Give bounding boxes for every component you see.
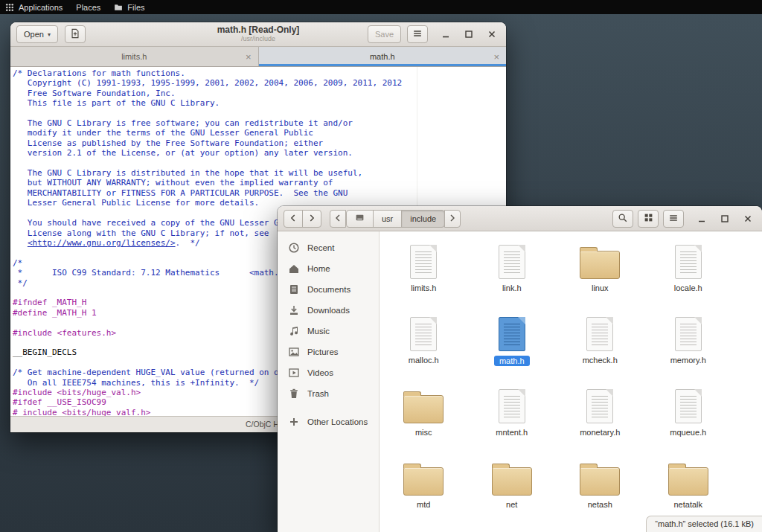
file-item-malloc-h[interactable]: malloc.h bbox=[380, 311, 468, 383]
file-item-locale-h[interactable]: locale.h bbox=[644, 239, 733, 311]
path-scroll-right-button[interactable] bbox=[444, 210, 461, 228]
sidebar-item-home[interactable]: Home bbox=[278, 258, 379, 279]
sidebar-item-label: Music bbox=[307, 327, 330, 336]
minimize-icon[interactable] bbox=[438, 26, 454, 42]
topbar-menu-label: Places bbox=[76, 3, 100, 12]
sidebar-item-label: Trash bbox=[307, 389, 329, 398]
code-line: MERCHANTABILITY or FITNESS FOR A PARTICU… bbox=[13, 188, 506, 198]
file-item-label: mcheck.h bbox=[583, 356, 618, 365]
maximize-icon[interactable] bbox=[717, 211, 733, 227]
tab-close-icon[interactable]: × bbox=[493, 52, 499, 62]
selection-status: “math.h” selected (16.1 kB) bbox=[646, 516, 762, 532]
sidebar-item-label: Other Locations bbox=[307, 417, 368, 426]
chevron-right-icon bbox=[449, 214, 455, 223]
sidebar-item-label: Pictures bbox=[307, 347, 339, 356]
code-line bbox=[13, 109, 506, 118]
file-item-linux[interactable]: linux bbox=[556, 239, 644, 311]
new-document-button[interactable] bbox=[65, 25, 86, 43]
file-item-label: locale.h bbox=[674, 283, 702, 292]
file-item-label: math.h bbox=[494, 356, 530, 366]
maximize-icon[interactable] bbox=[461, 26, 477, 42]
file-item-netash[interactable]: netash bbox=[556, 455, 644, 528]
sidebar-item-other-locations[interactable]: Other Locations bbox=[278, 411, 379, 432]
file-manager-headerbar[interactable]: usrinclude bbox=[278, 206, 762, 231]
sidebar-item-downloads[interactable]: Downloads bbox=[278, 300, 379, 321]
topbar-menu-places[interactable]: Places bbox=[76, 3, 100, 12]
save-button[interactable]: Save bbox=[368, 25, 401, 43]
topbar-menu-files[interactable]: Files bbox=[114, 3, 144, 12]
topbar-menu-label: Files bbox=[127, 3, 144, 12]
menu-button[interactable] bbox=[663, 210, 684, 228]
tab-limits-h[interactable]: limits.h× bbox=[10, 47, 259, 66]
tab-close-icon[interactable]: × bbox=[246, 52, 252, 62]
applications-icon bbox=[5, 3, 14, 12]
file-item-net[interactable]: net bbox=[468, 455, 557, 528]
chevron-down-icon: ▾ bbox=[48, 31, 51, 38]
path-segment-label: include bbox=[410, 214, 436, 223]
path-scroll-left-button[interactable] bbox=[330, 210, 346, 228]
back-button[interactable] bbox=[284, 210, 303, 228]
code-line: This file is part of the GNU C Library. bbox=[13, 98, 506, 108]
topbar-menu-label: Applications bbox=[19, 3, 63, 12]
downloads-icon bbox=[288, 304, 300, 316]
file-icon bbox=[499, 386, 525, 423]
sidebar-item-pictures[interactable]: Pictures bbox=[278, 342, 379, 362]
file-icon bbox=[410, 314, 437, 351]
code-line: The GNU C Library is distributed in the … bbox=[13, 168, 506, 178]
file-manager-window: usrinclude RecentHomeDocumentsDownloadsM… bbox=[278, 206, 762, 532]
file-item-label: mntent.h bbox=[496, 428, 528, 437]
topbar-menu-applications[interactable]: Applications bbox=[5, 3, 63, 12]
view-toggle-button[interactable] bbox=[638, 210, 659, 228]
path-segment-include[interactable]: include bbox=[401, 210, 445, 228]
file-item-label: net bbox=[506, 500, 517, 509]
close-icon[interactable] bbox=[484, 26, 500, 42]
file-item-label: malloc.h bbox=[409, 356, 439, 365]
minimize-icon[interactable] bbox=[694, 211, 710, 227]
file-icon bbox=[675, 314, 702, 351]
file-item-memory-h[interactable]: memory.h bbox=[644, 311, 733, 383]
file-icon bbox=[586, 386, 613, 423]
places-sidebar: RecentHomeDocumentsDownloadsMusicPicture… bbox=[278, 231, 380, 532]
sidebar-item-documents[interactable]: Documents bbox=[278, 279, 379, 300]
open-button[interactable]: Open ▾ bbox=[16, 25, 58, 43]
search-button[interactable] bbox=[612, 210, 633, 228]
path-segment-root[interactable] bbox=[346, 210, 374, 228]
text-editor-headerbar[interactable]: Open ▾ math.h [Read-Only] /usr/include S… bbox=[10, 22, 506, 47]
file-item-link-h[interactable]: link.h bbox=[468, 239, 557, 311]
folder-icon bbox=[403, 386, 444, 423]
file-item-label: link.h bbox=[502, 283, 522, 292]
code-line: version 2.1 of the License, or (at your … bbox=[13, 148, 506, 158]
sidebar-item-music[interactable]: Music bbox=[278, 321, 379, 342]
menu-button[interactable] bbox=[407, 25, 428, 43]
sidebar-item-videos[interactable]: Videos bbox=[278, 362, 379, 383]
close-icon[interactable] bbox=[740, 211, 756, 227]
file-item-label: mtd bbox=[417, 500, 430, 509]
sidebar-item-recent[interactable]: Recent bbox=[278, 237, 379, 258]
file-item[interactable] bbox=[468, 528, 557, 532]
file-item-mtd[interactable]: mtd bbox=[380, 455, 468, 528]
file-item-mntent-h[interactable]: mntent.h bbox=[468, 383, 557, 455]
editor-tab-bar: limits.h×math.h× bbox=[10, 47, 506, 67]
file-item-misc[interactable]: misc bbox=[380, 383, 468, 455]
file-item-math-h[interactable]: math.h bbox=[468, 311, 557, 383]
path-bar: usrinclude bbox=[330, 210, 461, 228]
path-segment-usr[interactable]: usr bbox=[373, 210, 402, 228]
tab-math-h[interactable]: math.h× bbox=[259, 47, 507, 66]
tab-label: limits.h bbox=[121, 52, 147, 61]
desktop: { "topbar": { "menus": [ { "label": "App… bbox=[0, 0, 762, 532]
file-item-label: misc bbox=[415, 428, 432, 437]
trash-icon bbox=[288, 388, 300, 400]
window-subtitle: /usr/include bbox=[217, 35, 300, 43]
file-item-mcheck-h[interactable]: mcheck.h bbox=[556, 311, 644, 383]
file-item-label: mqueue.h bbox=[670, 428, 706, 437]
folder-icon bbox=[492, 458, 532, 496]
file-item[interactable] bbox=[556, 528, 644, 532]
forward-button[interactable] bbox=[302, 210, 321, 228]
file-item-mqueue-h[interactable]: mqueue.h bbox=[644, 383, 733, 455]
file-item-limits-h[interactable]: limits.h bbox=[380, 239, 468, 311]
file-item-monetary-h[interactable]: monetary.h bbox=[556, 383, 644, 455]
file-item[interactable] bbox=[380, 528, 468, 532]
code-line: modify it under the terms of the GNU Les… bbox=[13, 128, 506, 138]
file-icon bbox=[499, 314, 525, 351]
sidebar-item-trash[interactable]: Trash bbox=[278, 383, 379, 404]
